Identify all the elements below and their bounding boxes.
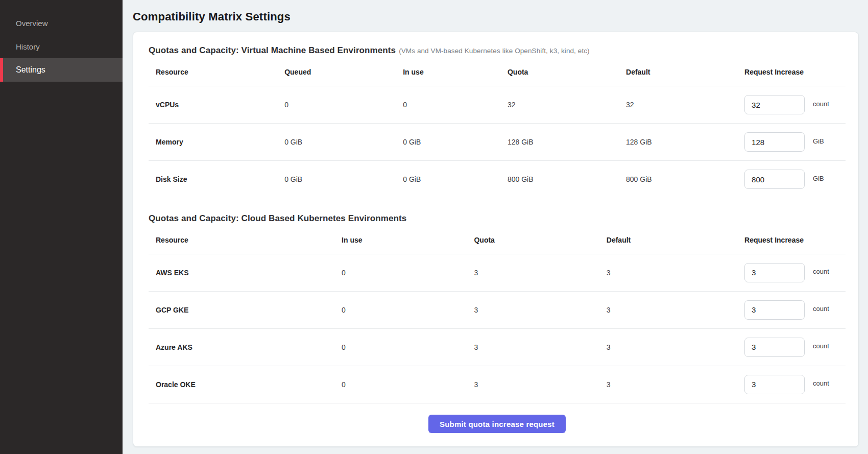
default-cell: 3 (607, 328, 744, 366)
sidebar-item-overview[interactable]: Overview (0, 11, 123, 35)
column-header-in-use: In use (342, 226, 474, 254)
app-window: Overview History Settings Compatibility … (0, 0, 868, 454)
request-increase-cell: count (744, 328, 846, 366)
table-header-row: Resource In use Quota Default Request In… (149, 226, 846, 254)
in-use-cell: 0 (342, 254, 474, 291)
unit-label: count (813, 342, 829, 350)
default-cell: 128 GiB (626, 124, 744, 161)
in-use-cell: 0 (342, 366, 474, 403)
column-header-default: Default (626, 58, 744, 86)
resource-cell: GCP GKE (149, 291, 342, 328)
section-title-vm: Quotas and Capacity: Virtual Machine Bas… (149, 45, 846, 56)
in-use-cell: 0 GiB (403, 161, 508, 198)
default-cell: 32 (626, 86, 744, 124)
column-header-default: Default (607, 226, 744, 254)
in-use-cell: 0 (342, 291, 474, 328)
request-increase-cell: count (744, 291, 846, 328)
quota-cell: 32 (508, 86, 626, 124)
default-cell: 3 (607, 366, 744, 403)
column-header-request-increase: Request Increase (744, 58, 846, 86)
vm-quota-table: Resource Queued In use Quota Default Req… (149, 58, 846, 198)
section-vm-environments: Quotas and Capacity: Virtual Machine Bas… (149, 45, 846, 198)
unit-label: count (813, 100, 829, 108)
table-row: Oracle OKE 0 3 3 count (149, 366, 846, 403)
table-row: GCP GKE 0 3 3 count (149, 291, 846, 328)
in-use-cell: 0 (342, 328, 474, 366)
resource-cell: AWS EKS (149, 254, 342, 291)
request-increase-cell: count (744, 366, 846, 403)
quota-cell: 3 (474, 291, 606, 328)
submit-quota-increase-button[interactable]: Submit quota increase request (428, 415, 566, 433)
aws-eks-request-input[interactable] (744, 263, 805, 282)
column-header-quota: Quota (508, 58, 626, 86)
request-increase-cell: GiB (744, 124, 846, 161)
unit-label: count (813, 268, 829, 275)
column-header-in-use: In use (403, 58, 508, 86)
resource-cell: vCPUs (149, 86, 284, 124)
memory-request-input[interactable] (744, 132, 805, 152)
section-title-cloud: Quotas and Capacity: Cloud Based Kuberne… (149, 213, 846, 224)
table-row: Memory 0 GiB 0 GiB 128 GiB 128 GiB GiB (149, 124, 846, 161)
unit-label: GiB (813, 175, 824, 182)
sidebar-item-label: Settings (16, 65, 45, 75)
table-row: vCPUs 0 0 32 32 count (149, 86, 846, 124)
resource-cell: Oracle OKE (149, 366, 342, 403)
queued-cell: 0 (284, 86, 403, 124)
table-row: Azure AKS 0 3 3 count (149, 328, 846, 366)
column-header-quota: Quota (474, 226, 606, 254)
azure-aks-request-input[interactable] (744, 338, 805, 357)
sidebar-item-settings[interactable]: Settings (0, 58, 123, 82)
sidebar-item-label: History (16, 42, 40, 51)
unit-label: GiB (813, 137, 824, 145)
table-row: AWS EKS 0 3 3 count (149, 254, 846, 291)
table-row: Disk Size 0 GiB 0 GiB 800 GiB 800 GiB Gi… (149, 161, 846, 198)
table-header-row: Resource Queued In use Quota Default Req… (149, 58, 846, 86)
cloud-quota-table: Resource In use Quota Default Request In… (149, 226, 846, 403)
column-header-request-increase: Request Increase (744, 226, 846, 254)
sidebar-item-label: Overview (16, 19, 48, 28)
sidebar-nav: Overview History Settings (0, 11, 123, 82)
default-cell: 800 GiB (626, 161, 744, 198)
card-footer: Submit quota increase request (149, 403, 846, 445)
quota-cell: 3 (474, 328, 606, 366)
resource-cell: Disk Size (149, 161, 284, 198)
in-use-cell: 0 GiB (403, 124, 508, 161)
default-cell: 3 (607, 254, 744, 291)
sidebar: Overview History Settings (0, 0, 123, 454)
main-content: Compatibility Matrix Settings Quotas and… (123, 0, 868, 454)
column-header-queued: Queued (284, 58, 403, 86)
unit-label: count (813, 305, 829, 313)
page-title: Compatibility Matrix Settings (133, 10, 859, 23)
section-note: (VMs and VM-based Kubernetes like OpenSh… (399, 47, 590, 55)
section-cloud-kubernetes: Quotas and Capacity: Cloud Based Kuberne… (149, 213, 846, 403)
quota-cell: 800 GiB (508, 161, 626, 198)
quota-cell: 3 (474, 254, 606, 291)
vcpus-request-input[interactable] (744, 95, 805, 114)
column-header-resource: Resource (149, 58, 284, 86)
request-increase-cell: GiB (744, 161, 846, 198)
request-increase-cell: count (744, 86, 846, 124)
oracle-oke-request-input[interactable] (744, 375, 805, 394)
resource-cell: Memory (149, 124, 284, 161)
default-cell: 3 (607, 291, 744, 328)
disk-size-request-input[interactable] (744, 170, 805, 189)
unit-label: count (813, 379, 829, 387)
queued-cell: 0 GiB (284, 161, 403, 198)
settings-card: Quotas and Capacity: Virtual Machine Bas… (133, 32, 859, 447)
request-increase-cell: count (744, 254, 846, 291)
in-use-cell: 0 (403, 86, 508, 124)
quota-cell: 128 GiB (508, 124, 626, 161)
queued-cell: 0 GiB (284, 124, 403, 161)
quota-cell: 3 (474, 366, 606, 403)
sidebar-item-history[interactable]: History (0, 35, 123, 58)
column-header-resource: Resource (149, 226, 342, 254)
resource-cell: Azure AKS (149, 328, 342, 366)
section-title-text: Quotas and Capacity: Virtual Machine Bas… (149, 45, 396, 55)
gcp-gke-request-input[interactable] (744, 300, 805, 320)
